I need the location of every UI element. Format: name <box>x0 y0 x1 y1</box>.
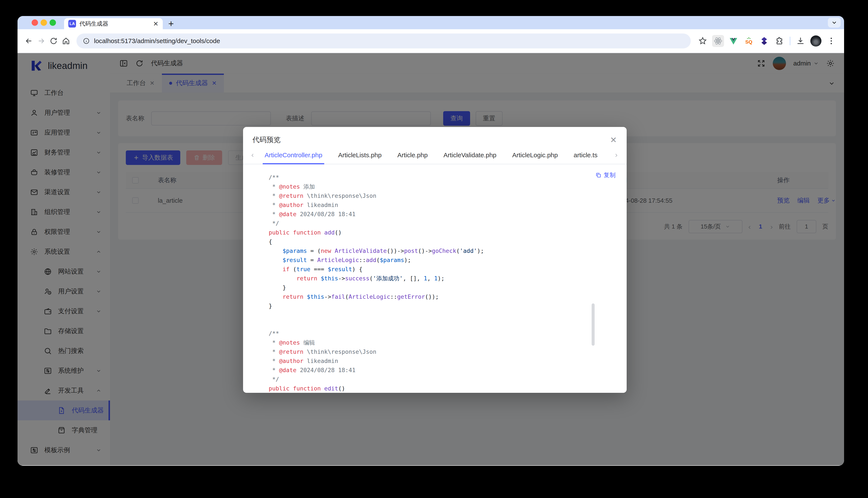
modal-file-tabs: ArticleController.phpArticleLists.phpArt… <box>243 150 627 164</box>
close-window-button[interactable] <box>31 19 38 26</box>
traffic-lights <box>31 19 56 26</box>
modal-title: 代码预览 <box>253 135 281 145</box>
code-block: /** * @notes 添加 * @return \think\respons… <box>269 173 595 393</box>
bookmark-star-icon[interactable] <box>697 35 709 47</box>
code-line: /** <box>269 329 595 338</box>
tabs-scroll-left-icon[interactable] <box>248 153 257 163</box>
site-favicon: LA <box>68 20 76 27</box>
modal-header: 代码预览 ✕ <box>243 127 627 150</box>
back-button[interactable] <box>23 35 35 47</box>
code-line: */ <box>269 219 595 228</box>
code-line: return $this->fail(ArticleLogic::getErro… <box>269 292 595 301</box>
copy-icon <box>596 172 601 178</box>
modal-file-tab-2[interactable]: Article.php <box>390 152 436 164</box>
url-text: localhost:5173/admin/setting/dev_tools/c… <box>94 37 220 44</box>
zoom-window-button[interactable] <box>50 19 56 26</box>
code-line: { <box>269 237 595 246</box>
code-line: * @notes 添加 <box>269 182 595 191</box>
tab-search-button[interactable] <box>828 18 841 27</box>
copy-code-button[interactable]: 复制 <box>596 171 615 179</box>
new-tab-button[interactable]: + <box>168 19 174 28</box>
browser-toolbar: localhost:5173/admin/setting/dev_tools/c… <box>17 29 844 53</box>
code-line: */ <box>269 375 595 384</box>
code-line: * @date 2024/08/28 18:41 <box>269 210 595 219</box>
svg-text:SQ: SQ <box>745 39 752 44</box>
modal-file-tab-1[interactable]: ArticleLists.php <box>330 152 390 164</box>
code-line: $result = ArticleLogic::add($params); <box>269 255 595 265</box>
forward-button[interactable] <box>35 35 48 47</box>
home-button[interactable] <box>60 35 72 47</box>
address-bar[interactable]: localhost:5173/admin/setting/dev_tools/c… <box>76 34 691 49</box>
code-scrollbar-thumb[interactable] <box>592 303 595 346</box>
tabs-scroll-right-icon[interactable] <box>612 153 620 163</box>
code-line <box>269 319 595 329</box>
code-line: * @author likeadmin <box>269 200 595 210</box>
browser-tab[interactable]: LA 代码生成器 ✕ <box>64 18 163 29</box>
code-line: * @return \think\response\Json <box>269 191 595 200</box>
code-line: * @author likeadmin <box>269 356 595 366</box>
code-line: $params = (new ArticleValidate())->post(… <box>269 246 595 255</box>
modal-tabs-list: ArticleController.phpArticleLists.phpArt… <box>257 152 605 164</box>
tab-close-icon[interactable]: ✕ <box>153 20 158 27</box>
code-line: /** <box>269 173 595 182</box>
code-line: } <box>269 283 595 292</box>
code-preview-modal: 代码预览 ✕ ArticleController.phpArticleLists… <box>243 127 627 393</box>
toolbar-separator <box>790 37 790 45</box>
code-line: if (true === $result) { <box>269 265 595 274</box>
code-line: public function edit() <box>269 384 595 393</box>
code-line: return $this->success('添加成功', [], 1, 1); <box>269 274 595 283</box>
modal-close-icon[interactable]: ✕ <box>610 136 617 144</box>
vue-devtools-icon[interactable] <box>727 35 739 47</box>
app-viewport: likeadmin 工作台用户管理应用管理财务管理装修管理渠道设置组织管理权限管… <box>17 53 844 466</box>
code-line: * @notes 编辑 <box>269 338 595 347</box>
modal-file-tab-4[interactable]: ArticleLogic.php <box>504 152 565 164</box>
chevron-down-icon <box>831 19 838 26</box>
downloads-icon[interactable] <box>794 35 806 47</box>
modal-file-tab-0[interactable]: ArticleController.php <box>257 152 330 164</box>
reload-button[interactable] <box>48 35 60 47</box>
code-line <box>269 311 595 319</box>
browser-tab-strip: LA 代码生成器 ✕ + <box>17 16 844 29</box>
browser-tab-title: 代码生成器 <box>79 20 150 27</box>
code-line: } <box>269 301 595 311</box>
code-line: * @return \think\response\Json <box>269 347 595 356</box>
diamond-extension-icon[interactable] <box>758 35 770 47</box>
browser-window: LA 代码生成器 ✕ + localhost:5173/admin/settin… <box>17 16 844 466</box>
minimize-window-button[interactable] <box>41 19 47 26</box>
sq-extension-icon[interactable]: SQ <box>743 35 755 47</box>
modal-file-tab-3[interactable]: ArticleValidate.php <box>435 152 504 164</box>
browser-profile-avatar[interactable] <box>810 36 821 47</box>
code-line: * @date 2024/08/28 18:41 <box>269 366 595 375</box>
code-line: public function add() <box>269 228 595 237</box>
react-devtools-icon[interactable] <box>712 35 724 47</box>
modal-file-tab-5[interactable]: article.ts <box>566 152 605 164</box>
site-info-icon[interactable] <box>83 38 90 44</box>
extensions-puzzle-icon[interactable] <box>774 35 786 47</box>
modal-body: 复制 /** * @notes 添加 * @return \think\resp… <box>243 164 627 393</box>
browser-menu-icon[interactable] <box>825 35 837 47</box>
